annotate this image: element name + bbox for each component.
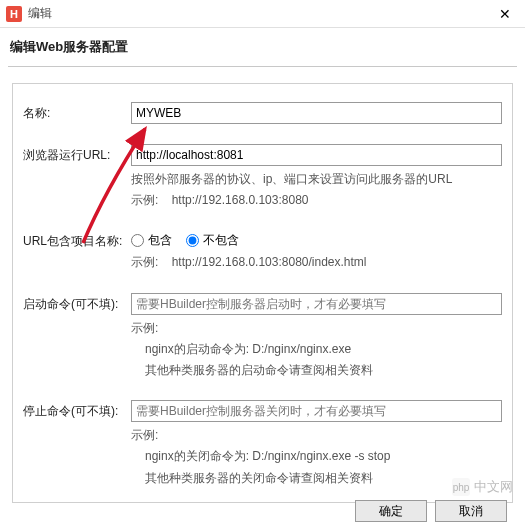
watermark-icon: php: [452, 478, 470, 496]
stop-cmd-example-1: nginx的关闭命令为: D:/nginx/nginx.exe -s stop: [131, 447, 502, 466]
dialog-buttons: 确定 取消: [355, 500, 507, 522]
radio-exclude[interactable]: 不包含: [186, 232, 239, 249]
app-icon: H: [6, 6, 22, 22]
cancel-button[interactable]: 取消: [435, 500, 507, 522]
url-example-label: 示例:: [131, 193, 158, 207]
form-panel: 名称: 浏览器运行URL: 按照外部服务器的协议、ip、端口来设置访问此服务器的…: [12, 83, 513, 503]
include-example-value: http://192.168.0.103:8080/index.html: [172, 255, 367, 269]
stop-cmd-input[interactable]: [131, 400, 502, 422]
include-example-label: 示例:: [131, 255, 158, 269]
watermark-text: 中文网: [474, 478, 513, 496]
url-label: 浏览器运行URL:: [23, 144, 131, 164]
stop-cmd-example-2: 其他种类服务器的关闭命令请查阅相关资料: [131, 469, 502, 488]
radio-include-input[interactable]: [131, 234, 144, 247]
radio-exclude-input[interactable]: [186, 234, 199, 247]
watermark: php 中文网: [452, 478, 513, 496]
include-radio-group: 包含 不包含: [131, 230, 502, 249]
url-example-value: http://192.168.0.103:8080: [172, 193, 309, 207]
name-input[interactable]: [131, 102, 502, 124]
start-cmd-example-1: nginx的启动命令为: D:/nginx/nginx.exe: [131, 340, 502, 359]
close-icon[interactable]: ✕: [491, 0, 519, 28]
ok-button[interactable]: 确定: [355, 500, 427, 522]
radio-exclude-label: 不包含: [203, 232, 239, 249]
include-label: URL包含项目名称:: [23, 230, 131, 250]
stop-cmd-label: 停止命令(可不填):: [23, 400, 131, 420]
start-cmd-example-2: 其他种类服务器的启动命令请查阅相关资料: [131, 361, 502, 380]
page-title: 编辑Web服务器配置: [0, 28, 525, 62]
titlebar: H 编辑 ✕: [0, 0, 525, 28]
stop-cmd-example-label: 示例:: [131, 426, 502, 445]
url-help-text: 按照外部服务器的协议、ip、端口来设置访问此服务器的URL: [131, 170, 502, 189]
radio-include-label: 包含: [148, 232, 172, 249]
divider: [8, 66, 517, 67]
window-title: 编辑: [28, 5, 491, 22]
start-cmd-example-label: 示例:: [131, 319, 502, 338]
start-cmd-label: 启动命令(可不填):: [23, 293, 131, 313]
url-input[interactable]: [131, 144, 502, 166]
start-cmd-input[interactable]: [131, 293, 502, 315]
radio-include[interactable]: 包含: [131, 232, 172, 249]
name-label: 名称:: [23, 102, 131, 122]
